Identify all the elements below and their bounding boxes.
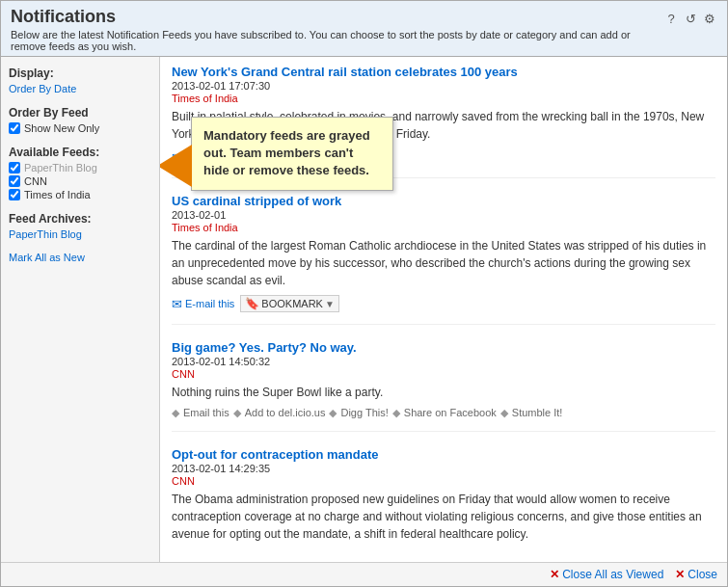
display-section: Display: Order By Date: [9, 67, 151, 94]
tooltip-arrow: [160, 145, 192, 187]
share-facebook-link-3[interactable]: Share on Facebook: [404, 407, 497, 419]
feed-archives-section: Feed Archives: PaperThin Blog: [9, 212, 151, 240]
close-all-viewed-link[interactable]: ✕ Close All as Viewed: [550, 568, 663, 581]
header-left: Notifications Below are the latest Notif…: [11, 7, 663, 52]
footer: ✕ Close All as Viewed ✕ Close: [1, 562, 727, 586]
sidebar: Display: Order By Date Order By Feed Sho…: [1, 57, 160, 562]
order-by-date-link[interactable]: Order By Date: [9, 83, 151, 94]
feed-cnn-label[interactable]: CNN: [9, 175, 151, 187]
close-x-icon: ✕: [675, 568, 685, 581]
tooltip-text: Mandatory feeds are grayed out. Team mem…: [203, 128, 370, 177]
help-icon[interactable]: ?: [663, 11, 679, 26]
close-link[interactable]: ✕ Close: [675, 568, 717, 581]
news-body-3: Nothing ruins the Super Bowl like a part…: [172, 384, 715, 401]
email-icon-2: ✉: [172, 297, 182, 311]
show-new-only-label[interactable]: Show New Only: [9, 122, 151, 134]
bookmark-icon-2: 🔖: [245, 297, 259, 310]
bullet-5: ◆: [500, 407, 508, 419]
news-date-2: 2013-02-01: [172, 209, 715, 221]
feed-archives-label: Feed Archives:: [9, 212, 151, 226]
bullet-4: ◆: [392, 407, 400, 419]
news-date-1: 2013-02-01 17:07:30: [172, 80, 715, 92]
bullet-1: ◆: [172, 407, 179, 419]
stumble-link-3[interactable]: Stumble It!: [512, 407, 563, 419]
show-new-only-text: Show New Only: [24, 122, 99, 134]
news-body-2: The cardinal of the largest Roman Cathol…: [172, 237, 715, 289]
delicious-link-3[interactable]: Add to del.icio.us: [245, 407, 326, 419]
feed-times-name: Times of India: [24, 189, 91, 200]
news-item-2: US cardinal stripped of work 2013-02-01 …: [172, 194, 715, 325]
content-area: New York's Grand Central rail station ce…: [160, 57, 727, 562]
order-by-feed-section: Order By Feed Show New Only: [9, 106, 151, 134]
feed-paperthin-name: PaperThin Blog: [24, 162, 97, 173]
available-feeds-label: Available Feeds:: [9, 146, 151, 159]
news-item-4: Opt-out for contraception mandate 2013-0…: [172, 447, 715, 560]
news-title-1[interactable]: New York's Grand Central rail station ce…: [172, 65, 518, 79]
email-button-2[interactable]: ✉ E-mail this: [172, 297, 234, 311]
header: Notifications Below are the latest Notif…: [1, 1, 727, 57]
digg-link-3[interactable]: Digg This!: [340, 407, 388, 419]
news-source-3: CNN: [172, 368, 715, 380]
news-date-4: 2013-02-01 14:29:35: [172, 463, 715, 474]
close-all-x-icon: ✕: [550, 568, 559, 581]
news-title-2[interactable]: US cardinal stripped of work: [172, 194, 341, 208]
bullet-2: ◆: [233, 407, 241, 419]
news-title-3[interactable]: Big game? Yes. Party? No way.: [172, 340, 357, 355]
feed-times-checkbox[interactable]: [9, 189, 20, 200]
tooltip-overlay: Mandatory feeds are grayed out. Team mem…: [191, 117, 393, 191]
news-source-4: CNN: [172, 475, 715, 487]
tooltip-arrow-container: [160, 145, 192, 187]
bullet-3: ◆: [329, 407, 337, 419]
refresh-icon[interactable]: ↺: [683, 11, 698, 26]
feed-cnn-name: CNN: [24, 175, 47, 187]
feed-times-label[interactable]: Times of India: [9, 189, 151, 200]
header-icons: ? ↺ ⚙: [663, 7, 717, 26]
news-item-3: Big game? Yes. Party? No way. 2013-02-01…: [172, 340, 715, 432]
feed-cnn-checkbox[interactable]: [9, 175, 20, 187]
small-action-links-3: ◆ Email this ◆ Add to del.icio.us ◆ Digg…: [172, 407, 715, 419]
main-body: Display: Order By Date Order By Feed Sho…: [1, 57, 727, 562]
news-date-3: 2013-02-01 14:50:32: [172, 356, 715, 367]
bookmark-button-2[interactable]: 🔖 BOOKMARK ▼: [240, 295, 338, 312]
order-by-feed-label: Order By Feed: [9, 106, 151, 120]
email-small-link-3[interactable]: Email this: [183, 407, 229, 419]
archive-paperthin-link[interactable]: PaperThin Blog: [9, 228, 151, 240]
available-feeds-section: Available Feeds: PaperThin Blog CNN Time…: [9, 146, 151, 200]
display-label: Display:: [9, 67, 151, 80]
mark-all-as-new-link[interactable]: Mark All as New: [9, 252, 151, 263]
close-label: Close: [688, 568, 717, 581]
page-title: Notifications: [11, 7, 663, 27]
feed-paperthin-label[interactable]: PaperThin Blog: [9, 162, 151, 173]
close-all-label: Close All as Viewed: [562, 568, 663, 581]
news-source-1: Times of India: [172, 93, 715, 104]
header-description: Below are the latest Notification Feeds …: [11, 29, 663, 52]
feed-paperthin-checkbox[interactable]: [9, 162, 20, 173]
action-bar-2: ✉ E-mail this 🔖 BOOKMARK ▼: [172, 295, 715, 312]
show-new-only-checkbox[interactable]: [9, 122, 20, 134]
news-source-2: Times of India: [172, 222, 715, 233]
news-body-4: The Obama administration proposed new gu…: [172, 491, 715, 543]
settings-icon[interactable]: ⚙: [702, 11, 717, 26]
news-title-4[interactable]: Opt-out for contraception mandate: [172, 447, 379, 462]
